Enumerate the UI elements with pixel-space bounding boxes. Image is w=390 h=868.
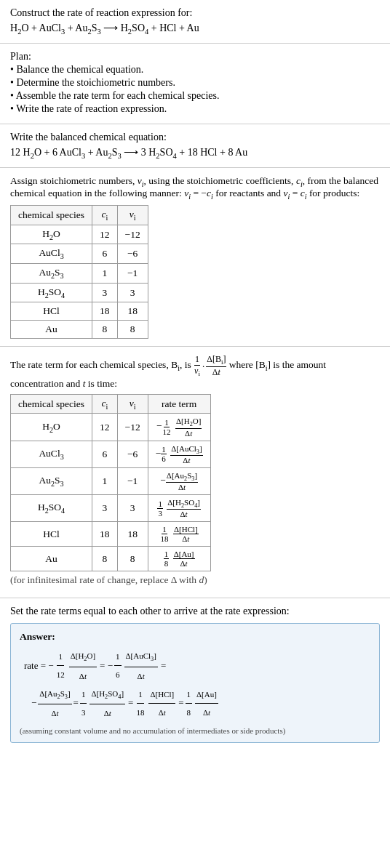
table-row: H2O 12 −12 [11, 225, 148, 244]
rate-term-intro: The rate term for each chemical species,… [10, 354, 380, 389]
table-row: Au2S3 1 −1 − Δ[Au2S3] Δt [11, 467, 211, 494]
table-row: AuCl3 6 −6 − 1 6 Δ[AuCl3] Δt [11, 441, 211, 467]
table-row: H2SO4 3 3 1 3 Δ[H2SO4] Δt [11, 495, 211, 522]
header-section: Construct the rate of reaction expressio… [0, 0, 390, 44]
species-h2so4: H2SO4 [11, 283, 92, 302]
rate-term-section: The rate term for each chemical species,… [0, 347, 390, 598]
table-row: Au 8 8 1 8 Δ[Au] Δt [11, 547, 211, 571]
plan-label: Plan: [10, 51, 380, 63]
table-row: AuCl3 6 −6 [11, 244, 148, 264]
rt-ci-au: 8 [92, 547, 118, 571]
stoich-section: Assign stoichiometric numbers, νi, using… [0, 168, 390, 347]
ni-h2o: −12 [117, 225, 148, 244]
ci-aucl3: 6 [92, 244, 118, 264]
rt-ni-h2so4: 3 [117, 495, 148, 522]
rt-rate-hcl: 1 18 Δ[HCl] Δt [148, 522, 210, 547]
stoich-table: chemical species ci νi H2O 12 −12 AuCl3 … [10, 205, 148, 339]
ci-h2o: 12 [92, 225, 118, 244]
ci-au2s3: 1 [92, 264, 118, 284]
rt-rate-au: 1 8 Δ[Au] Δt [148, 547, 210, 571]
rt-ci-h2so4: 3 [92, 495, 118, 522]
col-ci: ci [92, 205, 118, 225]
rate-expression: rate = − 1 12 Δ[H2O] Δt = − 1 6 Δ[AuCl3]… [20, 647, 370, 722]
stoich-intro: Assign stoichiometric numbers, νi, using… [10, 175, 380, 201]
table-row: Au2S3 1 −1 [11, 264, 148, 284]
table-row: HCl 18 18 1 18 Δ[HCl] Δt [11, 522, 211, 547]
balanced-label: Write the balanced chemical equation: [10, 132, 380, 143]
rt-species-h2o: H2O [11, 414, 92, 441]
ni-au: 8 [117, 321, 148, 339]
col-ci-2: ci [92, 394, 118, 414]
rt-species-au2s3: Au2S3 [11, 467, 92, 494]
table-row: Au 8 8 [11, 321, 148, 339]
ci-au: 8 [92, 321, 118, 339]
plan-section: Plan: • Balance the chemical equation. •… [0, 44, 390, 124]
rt-rate-h2o: − 1 12 Δ[H2O] Δt [148, 414, 210, 441]
rt-ni-h2o: −12 [117, 414, 148, 441]
rt-ci-hcl: 18 [92, 522, 118, 547]
answer-section: Set the rate terms equal to each other t… [0, 598, 390, 750]
col-ni: νi [117, 205, 148, 225]
rt-ni-aucl3: −6 [117, 441, 148, 467]
rt-species-aucl3: AuCl3 [11, 441, 92, 467]
table-row: HCl 18 18 [11, 302, 148, 321]
col-species-2: chemical species [11, 394, 92, 414]
balanced-section: Write the balanced chemical equation: 12… [0, 124, 390, 168]
rt-ni-au: 8 [117, 547, 148, 571]
ni-au2s3: −1 [117, 264, 148, 284]
answer-intro: Set the rate terms equal to each other t… [10, 606, 380, 617]
rt-ni-hcl: 18 [117, 522, 148, 547]
rt-ci-h2o: 12 [92, 414, 118, 441]
intro-text: Construct the rate of reaction expressio… [10, 7, 380, 19]
rt-species-h2so4: H2SO4 [11, 495, 92, 522]
species-au: Au [11, 321, 92, 339]
rt-ci-aucl3: 6 [92, 441, 118, 467]
table-row: H2SO4 3 3 [11, 283, 148, 302]
ni-aucl3: −6 [117, 244, 148, 264]
plan-step-3: • Assemble the rate term for each chemic… [10, 90, 380, 102]
species-hcl: HCl [11, 302, 92, 321]
ni-h2so4: 3 [117, 283, 148, 302]
col-species: chemical species [11, 205, 92, 225]
rt-ci-au2s3: 1 [92, 467, 118, 494]
ni-hcl: 18 [117, 302, 148, 321]
answer-box: Answer: rate = − 1 12 Δ[H2O] Δt = − 1 6 [10, 623, 380, 743]
species-h2o: H2O [11, 225, 92, 244]
balanced-reaction: 12 H2O + 6 AuCl3 + Au2S3 ⟶ 3 H2SO4 + 18 … [10, 146, 380, 160]
rt-rate-h2so4: 1 3 Δ[H2SO4] Δt [148, 495, 210, 522]
rt-rate-au2s3: − Δ[Au2S3] Δt [148, 467, 210, 494]
col-ni-2: νi [117, 394, 148, 414]
table-row: H2O 12 −12 − 1 12 Δ[H2O] Δt [11, 414, 211, 441]
plan-step-1: • Balance the chemical equation. [10, 64, 380, 76]
species-au2s3: Au2S3 [11, 264, 92, 284]
col-rate-term: rate term [148, 394, 210, 414]
plan-step-2: • Determine the stoichiometric numbers. [10, 77, 380, 89]
rt-species-au: Au [11, 547, 92, 571]
unbalanced-reaction: H2O + AuCl3 + Au2S3 ⟶ H2SO4 + HCl + Au [10, 22, 380, 36]
rate-term-table: chemical species ci νi rate term H2O 12 … [10, 394, 211, 571]
plan-step-4: • Write the rate of reaction expression. [10, 103, 380, 115]
answer-label: Answer: [20, 631, 370, 643]
footnote: (for infinitesimal rate of change, repla… [10, 574, 380, 586]
ci-h2so4: 3 [92, 283, 118, 302]
species-aucl3: AuCl3 [11, 244, 92, 264]
ci-hcl: 18 [92, 302, 118, 321]
answer-note: (assuming constant volume and no accumul… [20, 726, 370, 735]
rt-rate-aucl3: − 1 6 Δ[AuCl3] Δt [148, 441, 210, 467]
rt-species-hcl: HCl [11, 522, 92, 547]
rt-ni-au2s3: −1 [117, 467, 148, 494]
